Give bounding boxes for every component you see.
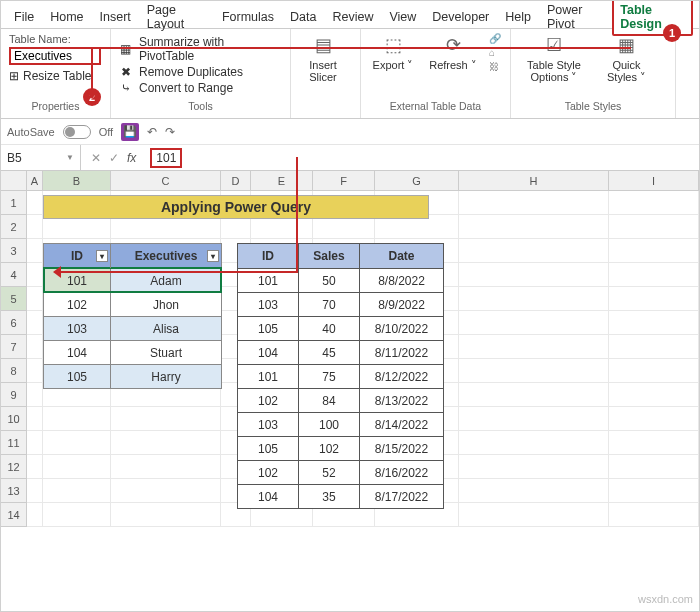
cell[interactable] (609, 215, 699, 239)
table-row[interactable]: 104Stuart (44, 340, 221, 364)
cell-sales[interactable]: 102 (299, 436, 360, 460)
cell-sales[interactable]: 45 (299, 340, 360, 364)
cell[interactable] (459, 191, 609, 215)
cell[interactable] (459, 287, 609, 311)
cell-name[interactable]: Jhon (111, 292, 221, 316)
resize-table-button[interactable]: ⊞ Resize Table (9, 69, 102, 83)
cell[interactable] (27, 455, 43, 479)
table-row[interactable]: 101758/12/2022 (238, 364, 443, 388)
cell[interactable] (459, 503, 609, 527)
worksheet-grid[interactable]: A B C D E F G H I 1234567891011121314 Ap… (1, 171, 699, 527)
cell-id[interactable]: 103 (238, 292, 299, 316)
col-D[interactable]: D (221, 171, 251, 190)
cell-sales[interactable]: 70 (299, 292, 360, 316)
cell[interactable] (111, 431, 221, 455)
cell[interactable] (27, 503, 43, 527)
cell-name[interactable]: Harry (111, 364, 221, 388)
cell-name[interactable]: Alisa (111, 316, 221, 340)
cancel-icon[interactable]: ✕ (91, 151, 101, 165)
cell-date[interactable]: 8/9/2022 (360, 292, 443, 316)
cell[interactable] (609, 431, 699, 455)
cell[interactable] (459, 263, 609, 287)
filter-icon[interactable]: ▾ (207, 250, 219, 262)
cell-id[interactable]: 104 (44, 340, 111, 364)
cell-id[interactable]: 105 (44, 364, 111, 388)
cell[interactable] (27, 359, 43, 383)
cell[interactable] (459, 455, 609, 479)
cell-date[interactable]: 8/11/2022 (360, 340, 443, 364)
cell[interactable] (609, 311, 699, 335)
cell-name[interactable]: Stuart (111, 340, 221, 364)
cell[interactable] (609, 479, 699, 503)
summarize-pivot-button[interactable]: ▦Summarize with PivotTable (119, 35, 282, 63)
col-H[interactable]: H (459, 171, 609, 190)
redo-icon[interactable]: ↷ (165, 125, 175, 139)
table-style-options-button[interactable]: ☑Table Style Options ˅ (519, 33, 589, 84)
tab-file[interactable]: File (7, 6, 41, 28)
tab-review[interactable]: Review (325, 6, 380, 28)
col-A[interactable]: A (27, 171, 43, 190)
cell-date[interactable]: 8/12/2022 (360, 364, 443, 388)
cell[interactable] (459, 383, 609, 407)
row-header[interactable]: 7 (1, 335, 27, 359)
cell[interactable] (27, 239, 43, 263)
col-B[interactable]: B (43, 171, 111, 190)
cell-date[interactable]: 8/14/2022 (360, 412, 443, 436)
cell[interactable] (459, 431, 609, 455)
cell-sales[interactable]: 35 (299, 484, 360, 508)
cell-id[interactable]: 104 (238, 340, 299, 364)
tab-view[interactable]: View (382, 6, 423, 28)
cell-sales[interactable]: 40 (299, 316, 360, 340)
cell[interactable] (43, 503, 111, 527)
cell-id[interactable]: 105 (238, 316, 299, 340)
cell[interactable] (609, 335, 699, 359)
cell-sales[interactable]: 75 (299, 364, 360, 388)
cell-id[interactable]: 101 (238, 364, 299, 388)
t1-header-id[interactable]: ID▾ (44, 244, 111, 268)
row-header[interactable]: 5 (1, 287, 27, 311)
cell[interactable] (27, 383, 43, 407)
row-header[interactable]: 8 (1, 359, 27, 383)
enter-icon[interactable]: ✓ (109, 151, 119, 165)
table-row[interactable]: 104358/17/2022 (238, 484, 443, 508)
cell-sales[interactable]: 84 (299, 388, 360, 412)
table-row[interactable]: 102848/13/2022 (238, 388, 443, 412)
row-header[interactable]: 12 (1, 455, 27, 479)
unlink-icon[interactable]: ⛓ (489, 61, 501, 72)
cell[interactable] (27, 287, 43, 311)
cell[interactable] (609, 191, 699, 215)
remove-duplicates-button[interactable]: ✖Remove Duplicates (119, 65, 282, 79)
fx-icon[interactable]: fx (127, 151, 136, 165)
cell[interactable] (459, 335, 609, 359)
cell[interactable] (27, 431, 43, 455)
name-box[interactable]: B5▼ (1, 145, 81, 170)
col-G[interactable]: G (375, 171, 459, 190)
cell[interactable] (27, 215, 43, 239)
cell-date[interactable]: 8/17/2022 (360, 484, 443, 508)
cell[interactable] (609, 359, 699, 383)
table-row[interactable]: 103708/9/2022 (238, 292, 443, 316)
cell[interactable] (609, 287, 699, 311)
cell-id[interactable]: 102 (44, 292, 111, 316)
cell-id[interactable]: 105 (238, 436, 299, 460)
cell[interactable] (27, 335, 43, 359)
link-icon[interactable]: 🔗 (489, 33, 501, 44)
cell-sales[interactable]: 52 (299, 460, 360, 484)
row-header[interactable]: 9 (1, 383, 27, 407)
save-icon[interactable]: 💾 (121, 123, 139, 141)
cell[interactable] (459, 359, 609, 383)
col-E[interactable]: E (251, 171, 313, 190)
cell[interactable] (609, 407, 699, 431)
cell-date[interactable]: 8/10/2022 (360, 316, 443, 340)
cell[interactable] (27, 407, 43, 431)
cell[interactable] (459, 311, 609, 335)
row-header[interactable]: 10 (1, 407, 27, 431)
cell[interactable] (111, 455, 221, 479)
cell[interactable] (459, 407, 609, 431)
tab-developer[interactable]: Developer (425, 6, 496, 28)
cell[interactable] (111, 407, 221, 431)
row-header[interactable]: 2 (1, 215, 27, 239)
cell-date[interactable]: 8/16/2022 (360, 460, 443, 484)
autosave-toggle[interactable] (63, 125, 91, 139)
table-row[interactable]: 1051028/15/2022 (238, 436, 443, 460)
